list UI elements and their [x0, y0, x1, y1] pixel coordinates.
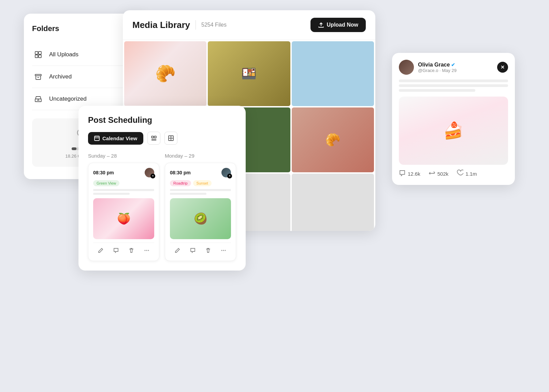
list-icon	[151, 135, 157, 141]
edit-icon-monday	[175, 248, 180, 253]
list-view-button[interactable]	[147, 132, 160, 145]
more-post-button-sunday[interactable]	[143, 246, 151, 256]
folder-name-all-uploads: All Uploads	[49, 51, 126, 58]
media-cell-6[interactable]: 🥐	[292, 107, 374, 172]
media-library-header: Media Library 5254 Files Upload Now	[123, 10, 375, 40]
more-post-button-monday[interactable]	[219, 246, 228, 256]
media-cell-3[interactable]	[292, 41, 374, 106]
x-platform-button[interactable]: ✕	[497, 62, 508, 73]
post-thumbnail-sunday: 🍑	[93, 198, 154, 239]
svg-point-24	[221, 250, 222, 251]
storage-progress-fill	[72, 147, 76, 150]
social-header: Olivia Grace ✔ @Grace.o · May 29 ✕	[399, 60, 508, 75]
grid-icon	[32, 48, 44, 61]
comment-icon-monday	[190, 248, 196, 253]
inbox-icon	[32, 93, 44, 105]
svg-rect-3	[35, 52, 38, 54]
social-handle: @Grace.o · May 29	[418, 68, 493, 73]
delete-post-button-monday[interactable]	[204, 246, 212, 256]
more-icon-monday	[221, 248, 226, 253]
svg-rect-10	[95, 136, 99, 141]
scheduling-title: Post Scheduling	[88, 115, 236, 125]
post-time-row-monday: 08:30 pm ✕	[170, 168, 231, 177]
olivia-avatar	[399, 60, 414, 75]
folders-title: Folders	[32, 24, 59, 33]
tag-roadtrip: Roadtrip	[170, 180, 191, 186]
grid-view-icon	[168, 135, 174, 141]
svg-point-22	[146, 250, 147, 251]
day-columns: Sunday – 28 08:30 pm ✕ Green View	[88, 153, 236, 261]
retweet-stat-icon	[429, 170, 435, 178]
social-preview-panel: Olivia Grace ✔ @Grace.o · May 29 ✕ 🍰 12.…	[392, 53, 515, 185]
calendar-view-button[interactable]: Calendar View	[88, 132, 143, 145]
edit-icon	[98, 248, 103, 253]
social-name-row: Olivia Grace ✔ @Grace.o · May 29	[418, 62, 493, 73]
media-cell-2[interactable]: 🍱	[208, 41, 290, 106]
post-time-row-sunday: 08:30 pm ✕	[93, 168, 154, 177]
x-badge-monday: ✕	[227, 174, 232, 178]
svg-rect-5	[35, 55, 38, 58]
post-text-preview-monday	[170, 189, 231, 195]
grid-view-button[interactable]	[164, 132, 177, 145]
tag-green-view: Green View	[93, 180, 119, 186]
svg-point-25	[223, 250, 224, 251]
post-avatar-sunday: ✕	[145, 168, 154, 177]
post-card-monday: 08:30 pm ✕ Roadtrip Sunset 🥝	[165, 163, 236, 261]
post-actions-monday	[170, 243, 231, 256]
svg-rect-14	[151, 136, 154, 138]
social-text-preview	[399, 79, 508, 92]
comments-count: 12.6k	[408, 171, 420, 177]
svg-rect-15	[154, 136, 156, 138]
svg-rect-6	[39, 55, 41, 58]
svg-rect-7	[35, 74, 41, 76]
post-card-sunday: 08:30 pm ✕ Green View 🍑	[88, 163, 159, 261]
trash-icon-monday	[205, 248, 211, 253]
post-tags-monday: Roadtrip Sunset	[170, 180, 231, 186]
comment-post-button-monday[interactable]	[189, 246, 197, 256]
upload-icon	[318, 22, 324, 28]
svg-point-26	[225, 250, 226, 251]
view-controls: Calendar View	[88, 132, 236, 145]
media-cell-1[interactable]: 🥐	[124, 41, 206, 106]
edit-post-button-sunday[interactable]	[97, 246, 105, 256]
post-avatar-monday: ✕	[221, 168, 231, 177]
trash-icon	[129, 248, 134, 253]
edit-post-button-monday[interactable]	[173, 246, 182, 256]
header-divider	[196, 20, 196, 30]
tag-sunset: Sunset	[193, 180, 212, 186]
folder-name-uncategorized: Uncategorized	[49, 96, 126, 102]
upload-btn-label: Upload Now	[327, 22, 358, 28]
likes-stat: 1.1m	[457, 170, 477, 178]
likes-count: 1.1m	[465, 171, 477, 177]
post-actions-sunday	[93, 243, 154, 256]
comment-icon	[113, 248, 119, 253]
comment-stat-icon	[399, 170, 406, 178]
day-label-monday: Monday – 29	[165, 153, 236, 159]
post-time-sunday: 08:30 pm	[93, 170, 114, 175]
comment-post-button-sunday[interactable]	[112, 246, 120, 256]
media-file-count: 5254 Files	[201, 22, 227, 28]
delete-post-button-sunday[interactable]	[127, 246, 135, 256]
calendar-icon	[94, 135, 100, 141]
social-post-image: 🍰	[399, 97, 508, 165]
social-user-name: Olivia Grace ✔	[418, 62, 493, 68]
comments-stat: 12.6k	[399, 170, 420, 178]
day-column-monday: Monday – 29 08:30 pm ✕ Roadtrip Sunset	[165, 153, 236, 261]
folder-name-archived: Archived	[49, 73, 132, 80]
verified-badge: ✔	[451, 62, 455, 68]
social-stats: 12.6k 502k 1.1m	[399, 170, 508, 178]
post-text-preview-sunday	[93, 189, 154, 195]
svg-point-23	[148, 250, 149, 251]
upload-now-button[interactable]: Upload Now	[310, 18, 366, 32]
media-cell-9[interactable]	[292, 174, 374, 231]
post-thumbnail-monday: 🥝	[170, 198, 231, 239]
post-time-monday: 08:30 pm	[170, 170, 191, 175]
day-column-sunday: Sunday – 28 08:30 pm ✕ Green View	[88, 153, 159, 261]
svg-rect-4	[39, 52, 41, 54]
media-library-title: Media Library	[132, 20, 190, 30]
calendar-view-label: Calendar View	[102, 135, 137, 141]
post-tags-sunday: Green View	[93, 180, 154, 186]
retweets-stat: 502k	[429, 170, 449, 178]
more-icon	[144, 248, 149, 253]
archive-icon	[32, 71, 44, 83]
